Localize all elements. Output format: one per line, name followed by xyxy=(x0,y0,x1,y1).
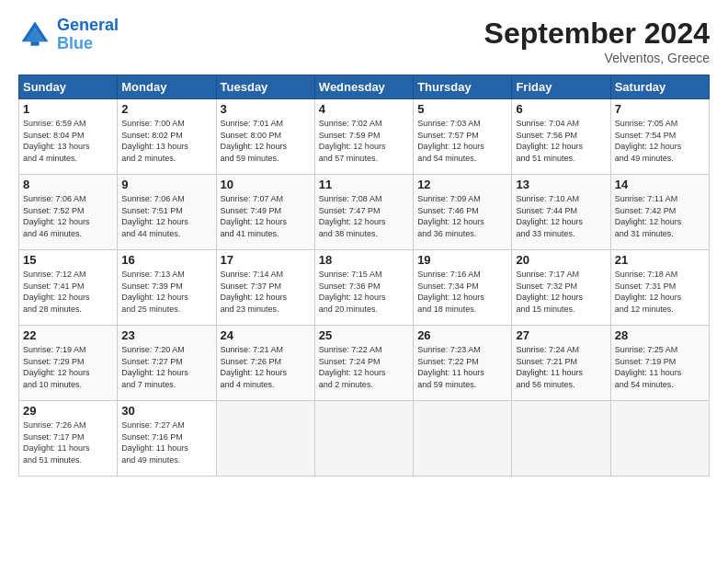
day-cell-17: 17Sunrise: 7:14 AMSunset: 7:37 PMDayligh… xyxy=(216,250,314,326)
header: General Blue September 2024 Velventos, G… xyxy=(18,17,710,65)
day-cell-30: 30Sunrise: 7:27 AMSunset: 7:16 PMDayligh… xyxy=(118,401,216,477)
day-cell-3: 3Sunrise: 7:01 AMSunset: 8:00 PMDaylight… xyxy=(216,99,314,175)
day-cell-9: 9Sunrise: 7:06 AMSunset: 7:51 PMDaylight… xyxy=(118,175,216,250)
day-cell-18: 18Sunrise: 7:15 AMSunset: 7:36 PMDayligh… xyxy=(314,250,413,326)
week-row-2: 8Sunrise: 7:06 AMSunset: 7:52 PMDaylight… xyxy=(19,175,710,250)
day-cell-12: 12Sunrise: 7:09 AMSunset: 7:46 PMDayligh… xyxy=(414,175,512,250)
col-sunday: Sunday xyxy=(19,75,118,99)
day-cell-8: 8Sunrise: 7:06 AMSunset: 7:52 PMDaylight… xyxy=(19,175,118,250)
day-cell-22: 22Sunrise: 7:19 AMSunset: 7:29 PMDayligh… xyxy=(19,326,118,401)
location: Velventos, Greece xyxy=(484,51,710,65)
day-cell-23: 23Sunrise: 7:20 AMSunset: 7:27 PMDayligh… xyxy=(118,326,216,401)
day-cell-21: 21Sunrise: 7:18 AMSunset: 7:31 PMDayligh… xyxy=(610,250,709,326)
day-cell-27: 27Sunrise: 7:24 AMSunset: 7:21 PMDayligh… xyxy=(512,326,610,401)
day-cell-19: 19Sunrise: 7:16 AMSunset: 7:34 PMDayligh… xyxy=(414,250,512,326)
day-cell-2: 2Sunrise: 7:00 AMSunset: 8:02 PMDaylight… xyxy=(118,99,216,175)
day-cell-16: 16Sunrise: 7:13 AMSunset: 7:39 PMDayligh… xyxy=(118,250,216,326)
logo-icon xyxy=(18,18,51,52)
page: General Blue September 2024 Velventos, G… xyxy=(0,0,728,563)
day-cell-13: 13Sunrise: 7:10 AMSunset: 7:44 PMDayligh… xyxy=(512,175,610,250)
day-cell-25: 25Sunrise: 7:22 AMSunset: 7:24 PMDayligh… xyxy=(314,326,413,401)
logo: General Blue xyxy=(18,17,119,53)
calendar-table: Sunday Monday Tuesday Wednesday Thursday… xyxy=(18,75,710,477)
logo-text: General Blue xyxy=(57,17,119,53)
week-row-1: 1Sunrise: 6:59 AMSunset: 8:04 PMDaylight… xyxy=(19,99,710,175)
week-row-3: 15Sunrise: 7:12 AMSunset: 7:41 PMDayligh… xyxy=(19,250,710,326)
col-monday: Monday xyxy=(118,75,216,99)
day-cell-empty xyxy=(314,401,413,477)
day-cell-10: 10Sunrise: 7:07 AMSunset: 7:49 PMDayligh… xyxy=(216,175,314,250)
month-title: September 2024 xyxy=(484,17,710,51)
week-row-5: 29Sunrise: 7:26 AMSunset: 7:17 PMDayligh… xyxy=(19,401,710,477)
col-saturday: Saturday xyxy=(610,75,709,99)
day-cell-1: 1Sunrise: 6:59 AMSunset: 8:04 PMDaylight… xyxy=(19,99,118,175)
title-block: September 2024 Velventos, Greece xyxy=(484,17,710,65)
day-cell-5: 5Sunrise: 7:03 AMSunset: 7:57 PMDaylight… xyxy=(414,99,512,175)
day-cell-6: 6Sunrise: 7:04 AMSunset: 7:56 PMDaylight… xyxy=(512,99,610,175)
col-tuesday: Tuesday xyxy=(216,75,314,99)
day-cell-15: 15Sunrise: 7:12 AMSunset: 7:41 PMDayligh… xyxy=(19,250,118,326)
col-friday: Friday xyxy=(512,75,610,99)
day-cell-28: 28Sunrise: 7:25 AMSunset: 7:19 PMDayligh… xyxy=(610,326,709,401)
day-cell-empty xyxy=(216,401,314,477)
day-cell-4: 4Sunrise: 7:02 AMSunset: 7:59 PMDaylight… xyxy=(314,99,413,175)
col-thursday: Thursday xyxy=(414,75,512,99)
svg-rect-2 xyxy=(31,41,40,46)
day-cell-11: 11Sunrise: 7:08 AMSunset: 7:47 PMDayligh… xyxy=(314,175,413,250)
day-cell-24: 24Sunrise: 7:21 AMSunset: 7:26 PMDayligh… xyxy=(216,326,314,401)
col-wednesday: Wednesday xyxy=(314,75,413,99)
week-row-4: 22Sunrise: 7:19 AMSunset: 7:29 PMDayligh… xyxy=(19,326,710,401)
day-cell-14: 14Sunrise: 7:11 AMSunset: 7:42 PMDayligh… xyxy=(610,175,709,250)
day-cell-7: 7Sunrise: 7:05 AMSunset: 7:54 PMDaylight… xyxy=(610,99,709,175)
day-cell-empty xyxy=(414,401,512,477)
day-cell-20: 20Sunrise: 7:17 AMSunset: 7:32 PMDayligh… xyxy=(512,250,610,326)
day-cell-empty xyxy=(610,401,709,477)
day-cell-29: 29Sunrise: 7:26 AMSunset: 7:17 PMDayligh… xyxy=(19,401,118,477)
day-cell-empty xyxy=(512,401,610,477)
day-cell-26: 26Sunrise: 7:23 AMSunset: 7:22 PMDayligh… xyxy=(414,326,512,401)
header-row: Sunday Monday Tuesday Wednesday Thursday… xyxy=(19,75,710,99)
